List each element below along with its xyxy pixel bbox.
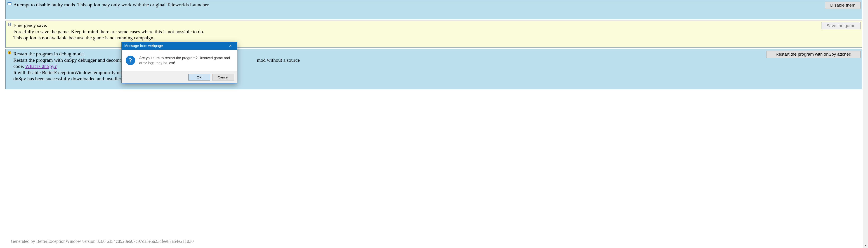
confirm-restart-dialog: Message from webpage ✕ ? Are you sure to… bbox=[121, 42, 237, 84]
panel-line: Forcefully to save the game. Keep in min… bbox=[13, 29, 860, 35]
debug-icon bbox=[7, 51, 12, 55]
svg-rect-4 bbox=[8, 24, 10, 26]
text-fragment: code. bbox=[13, 63, 25, 69]
scroll-down-arrow-icon[interactable]: ▾ bbox=[863, 243, 868, 248]
text-fragment: Restart the program with dnSpy debugger … bbox=[13, 57, 139, 63]
svg-rect-7 bbox=[9, 53, 10, 54]
vertical-scrollbar[interactable]: ▾ bbox=[863, 0, 868, 248]
restart-dnspy-button[interactable]: Restart the program with dnSpy attched bbox=[766, 51, 861, 58]
dialog-title: Message from webpage bbox=[124, 44, 163, 48]
content-area: Attempt to disable faulty mods. This opt… bbox=[5, 0, 862, 244]
close-icon[interactable]: ✕ bbox=[226, 44, 235, 48]
panel-title: Attempt to disable faulty mods. This opt… bbox=[13, 2, 210, 7]
what-is-dnspy-link[interactable]: What is dnSpy? bbox=[25, 63, 57, 69]
panel-text: Attempt to disable faulty mods. This opt… bbox=[13, 2, 860, 8]
exception-window-viewport: Attempt to disable faulty mods. This opt… bbox=[0, 0, 868, 248]
svg-rect-1 bbox=[8, 2, 11, 3]
cancel-button[interactable]: Cancel bbox=[212, 74, 234, 81]
dialog-content: ? Are you sure to restart the program? U… bbox=[122, 50, 237, 71]
panel-text: Emergency save. Forcefully to save the g… bbox=[13, 22, 860, 41]
floppy-icon bbox=[7, 22, 12, 27]
text-fragment: mod without a source bbox=[257, 57, 300, 63]
save-game-button: Save the game bbox=[821, 22, 861, 29]
app-icon bbox=[7, 2, 12, 6]
footer-version-text: Generated by BetterExceptionWindow versi… bbox=[11, 239, 194, 244]
dialog-message: Are you sure to restart the program? Uns… bbox=[139, 56, 233, 65]
ok-button[interactable]: OK bbox=[188, 74, 210, 81]
disable-mods-button[interactable]: Disable them bbox=[825, 2, 861, 9]
dialog-button-row: OK Cancel bbox=[122, 71, 237, 83]
panel-title: Restart the program in debug mode. bbox=[13, 51, 85, 57]
dialog-titlebar[interactable]: Message from webpage ✕ bbox=[122, 42, 237, 50]
svg-rect-6 bbox=[9, 52, 10, 53]
svg-rect-3 bbox=[8, 23, 10, 24]
question-icon: ? bbox=[126, 56, 135, 65]
panel-line: This option is not available because the… bbox=[13, 35, 860, 41]
panel-disable-mods: Attempt to disable faulty mods. This opt… bbox=[5, 0, 862, 19]
panel-title: Emergency save. bbox=[13, 22, 47, 28]
